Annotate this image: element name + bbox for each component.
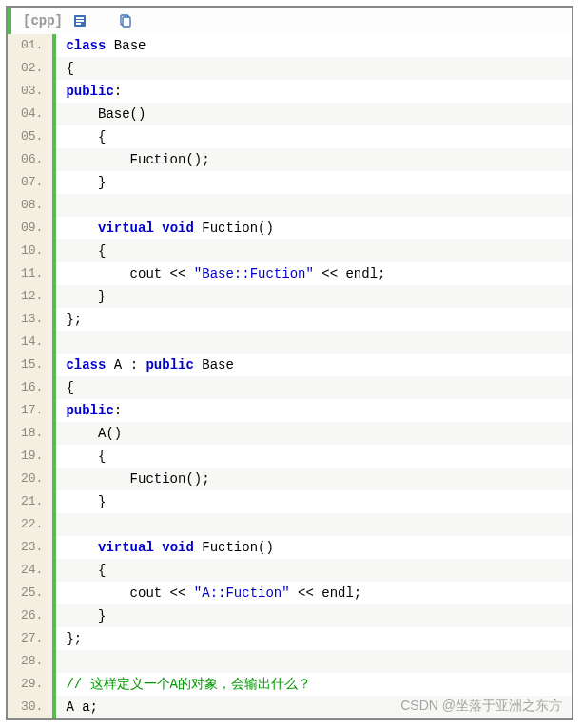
comment-token: // 这样定义一个A的对象，会输出什么？ [66, 677, 311, 692]
line-number: 03. [8, 80, 52, 103]
keyword-token: class [66, 38, 106, 53]
code-line: class A : public Base [56, 354, 572, 376]
line-number: 21. [8, 490, 52, 513]
code-line: { [56, 125, 572, 148]
code-token: { [66, 563, 106, 578]
code-header: [cpp] [8, 8, 572, 34]
code-token: } [66, 289, 106, 304]
code-lines: class Base{public: Base() { Fuction(); }… [56, 34, 572, 718]
code-line [56, 331, 572, 354]
line-number: 14. [8, 331, 52, 354]
line-number: 04. [8, 103, 52, 125]
code-token: } [66, 494, 106, 509]
line-number: 09. [8, 217, 52, 239]
line-number: 22. [8, 513, 52, 536]
code-block: [cpp] 01.02.03.04.05.06.07.08.09.10.11.1… [6, 6, 573, 720]
code-token: : [114, 84, 122, 99]
code-token: cout << [66, 266, 193, 281]
code-line: } [56, 171, 572, 194]
code-token: Fuction(); [66, 152, 209, 167]
code-line: Base() [56, 103, 572, 125]
keyword-token: public [146, 357, 193, 373]
code-line [56, 513, 572, 536]
code-token: Fuction(); [66, 471, 209, 487]
line-number: 20. [8, 468, 52, 490]
line-number: 19. [8, 445, 52, 468]
line-number: 23. [8, 536, 52, 559]
line-number: 02. [8, 57, 52, 80]
code-token [154, 540, 162, 555]
code-token: } [66, 608, 106, 623]
line-number: 13. [8, 308, 52, 331]
svg-rect-3 [76, 23, 81, 25]
line-number: 25. [8, 582, 52, 604]
code-token: { [66, 449, 106, 464]
code-line: cout << "Base::Fuction" << endl; [56, 262, 572, 285]
code-token: A : [106, 357, 146, 373]
code-line: public: [56, 399, 572, 422]
code-token [66, 540, 98, 555]
code-line [56, 650, 572, 673]
string-literal: "A::Fuction" [194, 585, 290, 601]
code-token: Fuction() [194, 540, 274, 555]
line-number: 30. [8, 696, 52, 718]
line-number: 05. [8, 125, 52, 148]
code-token [66, 220, 98, 236]
code-token: cout << [66, 585, 193, 601]
view-plain-icon[interactable] [72, 13, 87, 29]
line-number: 01. [8, 34, 52, 57]
code-token: A() [66, 426, 122, 441]
code-line: }; [56, 308, 572, 331]
keyword-token: void [162, 220, 194, 236]
code-token: }; [66, 312, 82, 327]
line-number: 17. [8, 399, 52, 422]
line-number: 07. [8, 171, 52, 194]
line-number: 26. [8, 604, 52, 627]
code-line: A a; [56, 696, 572, 718]
line-number-gutter: 01.02.03.04.05.06.07.08.09.10.11.12.13.1… [8, 34, 56, 718]
code-token: Base [194, 357, 234, 373]
line-number: 12. [8, 285, 52, 308]
line-number: 15. [8, 354, 52, 376]
line-number: 27. [8, 627, 52, 650]
copy-icon[interactable] [118, 13, 133, 29]
code-token: << endl; [314, 266, 386, 281]
keyword-token: void [162, 540, 194, 555]
code-line: Fuction(); [56, 468, 572, 490]
code-token: { [66, 380, 73, 395]
code-line: virtual void Fuction() [56, 217, 572, 239]
code-token: Base [106, 38, 146, 53]
keyword-token: class [66, 357, 106, 373]
code-token: }; [66, 631, 82, 646]
line-number: 10. [8, 239, 52, 262]
code-line: } [56, 604, 572, 627]
code-line: { [56, 57, 572, 80]
code-area: 01.02.03.04.05.06.07.08.09.10.11.12.13.1… [8, 34, 572, 718]
code-token: A a; [66, 699, 98, 715]
keyword-token: virtual [98, 220, 154, 236]
code-line: // 这样定义一个A的对象，会输出什么？ [56, 673, 572, 696]
keyword-token: public [66, 84, 113, 99]
line-number: 18. [8, 422, 52, 445]
code-line: }; [56, 627, 572, 650]
code-line: virtual void Fuction() [56, 536, 572, 559]
code-token: { [66, 243, 106, 259]
code-line: } [56, 285, 572, 308]
svg-rect-2 [76, 20, 84, 22]
line-number: 28. [8, 650, 52, 673]
code-token: << endl; [290, 585, 362, 601]
keyword-token: public [66, 403, 113, 418]
code-token: { [66, 61, 73, 76]
code-line: { [56, 239, 572, 262]
code-token: : [114, 403, 122, 418]
line-number: 06. [8, 148, 52, 171]
line-number: 24. [8, 559, 52, 582]
line-number: 11. [8, 262, 52, 285]
code-line: { [56, 376, 572, 399]
language-label: [cpp] [23, 13, 63, 29]
code-token: } [66, 175, 106, 190]
code-line: A() [56, 422, 572, 445]
code-line: public: [56, 80, 572, 103]
code-line: cout << "A::Fuction" << endl; [56, 582, 572, 604]
code-line: Fuction(); [56, 148, 572, 171]
